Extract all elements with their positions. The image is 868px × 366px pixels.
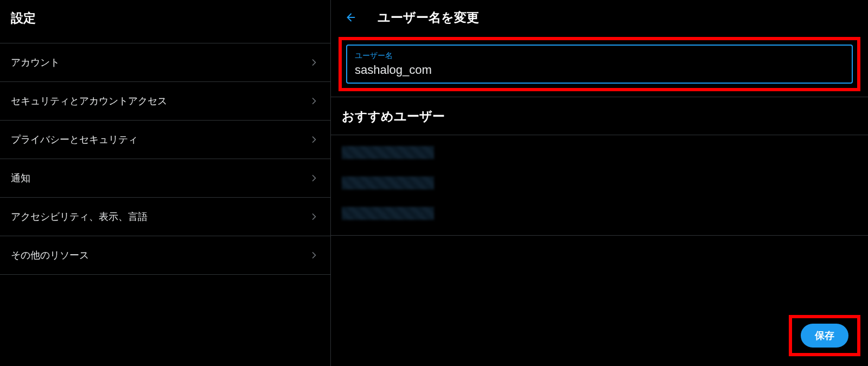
suggestions-list <box>331 135 868 236</box>
suggestion-item[interactable] <box>342 176 434 190</box>
username-input-section: ユーザー名 <box>331 35 868 97</box>
sidebar-item-accessibility[interactable]: アクセシビリティ、表示、言語 <box>0 198 330 236</box>
chevron-right-icon <box>309 134 320 145</box>
chevron-right-icon <box>309 57 320 68</box>
username-label: ユーザー名 <box>355 51 844 61</box>
sidebar-item-label: その他のリソース <box>11 249 89 262</box>
highlight-annotation: 保存 <box>789 315 860 356</box>
suggestion-item[interactable] <box>342 146 434 159</box>
detail-title: ユーザー名を変更 <box>378 9 479 26</box>
sidebar-item-label: アカウント <box>11 56 60 69</box>
highlight-annotation: ユーザー名 <box>339 37 860 91</box>
detail-header: ユーザー名を変更 <box>331 0 868 35</box>
chevron-right-icon <box>309 173 320 184</box>
sidebar-item-label: セキュリティとアカウントアクセス <box>11 94 167 108</box>
sidebar-item-notifications[interactable]: 通知 <box>0 159 330 198</box>
sidebar-item-label: 通知 <box>11 172 30 185</box>
sidebar-item-security[interactable]: セキュリティとアカウントアクセス <box>0 82 330 121</box>
settings-sidebar: 設定 アカウント セキュリティとアカウントアクセス プライバシーとセキュリティ … <box>0 0 331 366</box>
chevron-right-icon <box>309 250 320 261</box>
username-input[interactable] <box>355 63 844 77</box>
save-section: 保存 <box>789 315 860 356</box>
sidebar-item-account[interactable]: アカウント <box>0 43 330 82</box>
sidebar-item-other[interactable]: その他のリソース <box>0 236 330 275</box>
suggestions-header: おすすめユーザー <box>331 97 868 135</box>
sidebar-item-label: プライバシーとセキュリティ <box>11 133 138 146</box>
save-button[interactable]: 保存 <box>801 324 848 348</box>
sidebar-item-privacy[interactable]: プライバシーとセキュリティ <box>0 121 330 159</box>
suggestion-item[interactable] <box>342 207 434 220</box>
settings-title: 設定 <box>0 0 330 43</box>
suggestions-title: おすすめユーザー <box>342 108 857 125</box>
chevron-right-icon <box>309 96 320 106</box>
arrow-left-icon <box>345 11 357 23</box>
chevron-right-icon <box>309 211 320 222</box>
detail-panel: ユーザー名を変更 ユーザー名 おすすめユーザー 保存 <box>331 0 868 366</box>
back-button[interactable] <box>342 8 360 27</box>
sidebar-item-label: アクセシビリティ、表示、言語 <box>11 210 148 223</box>
username-field-wrapper[interactable]: ユーザー名 <box>346 45 853 84</box>
